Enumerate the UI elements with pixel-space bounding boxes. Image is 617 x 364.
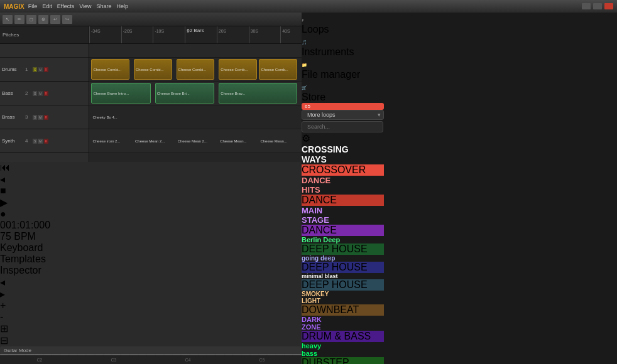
white-key[interactable]	[164, 355, 173, 355]
track-content-4[interactable]: Cheese irom 2... Cheese Mean 2... Cheese…	[89, 129, 302, 153]
white-key[interactable]	[26, 355, 35, 355]
timeline-ruler[interactable]: 62 Bars -34S -20S -10S 1 20S 30S 40S	[89, 26, 302, 44]
white-key[interactable]	[285, 355, 293, 355]
white-key[interactable]	[112, 355, 121, 355]
maximize-btn[interactable]	[593, 3, 602, 9]
play-btn[interactable]: ▶	[0, 196, 302, 208]
menu-effects[interactable]: Effects	[57, 3, 74, 9]
track-content-1[interactable]: Cheese Combi... Cheese Combi... Cheese C…	[89, 58, 302, 82]
white-key[interactable]	[9, 355, 18, 355]
white-key[interactable]	[77, 355, 86, 355]
solo-btn-3[interactable]: S	[33, 115, 37, 120]
tool-redo[interactable]: ↪	[62, 15, 72, 24]
kb-btn-4[interactable]: -	[0, 311, 302, 323]
white-key[interactable]	[276, 355, 285, 355]
white-key[interactable]	[146, 355, 155, 355]
kb-btn-6[interactable]: ⊟	[0, 335, 302, 346]
white-key[interactable]	[155, 355, 164, 355]
rec-btn-4[interactable]: R	[44, 139, 49, 144]
cover-main-stage[interactable]: MAINSTAGE DANCE	[302, 206, 384, 236]
bpm-display[interactable]: 75 BPM	[0, 231, 302, 242]
search-input[interactable]	[302, 121, 383, 132]
white-key[interactable]	[172, 355, 181, 355]
white-key[interactable]	[60, 355, 69, 355]
mute-btn-2[interactable]: M	[38, 91, 43, 96]
solo-btn-2[interactable]: S	[33, 91, 37, 96]
white-key[interactable]	[129, 355, 138, 355]
cover-going-deep[interactable]: going deep DEEP HOUSE	[302, 255, 384, 273]
white-key[interactable]	[207, 355, 216, 355]
kb-btn-1[interactable]: ◂	[0, 276, 302, 288]
white-key[interactable]	[52, 355, 60, 355]
minimize-btn[interactable]	[582, 3, 591, 9]
track-content-3[interactable]: Cheeky Bo 4...	[89, 105, 302, 129]
white-key[interactable]	[17, 355, 26, 355]
back-btn[interactable]: ◂	[0, 173, 302, 185]
white-key[interactable]	[259, 355, 268, 355]
close-btn[interactable]	[604, 3, 613, 9]
cover-dance-hits[interactable]: DANCEHITS DANCE	[302, 176, 384, 206]
tool-erase[interactable]: ◻	[26, 15, 36, 24]
white-key[interactable]	[199, 355, 207, 355]
white-key[interactable]	[250, 355, 259, 355]
white-key[interactable]	[104, 355, 112, 355]
white-key[interactable]	[232, 355, 241, 355]
white-key[interactable]	[43, 355, 52, 355]
white-key[interactable]	[86, 355, 95, 355]
mute-btn-3[interactable]: M	[38, 115, 43, 120]
track-content-area[interactable]: 62 Bars -34S -20S -10S 1 20S 30S 40S	[89, 26, 302, 162]
rec-btn-2[interactable]: R	[44, 91, 49, 96]
rec-btn-1[interactable]: R	[44, 67, 49, 72]
stop-btn[interactable]: ■	[0, 185, 302, 196]
white-key[interactable]	[267, 355, 276, 355]
guitar-mode-label[interactable]: Guitar Mode	[0, 346, 302, 355]
cover-heavy-bass[interactable]: heavybass DUBSTEP	[302, 342, 384, 364]
cover-smokey-light[interactable]: SMOKEYLIGHT DOWNBEAT	[302, 291, 384, 316]
track-content-2[interactable]: Cheese Brave Intro... Cheese Brave Bri..…	[89, 82, 302, 105]
white-key[interactable]	[190, 355, 199, 355]
mute-btn-1[interactable]: M	[38, 67, 43, 72]
menu-file[interactable]: File	[28, 3, 38, 9]
tab-keyboard[interactable]: Keyboard	[0, 242, 302, 254]
menu-view[interactable]: View	[79, 3, 91, 9]
piano-white-keys[interactable]: .wk { flex:1; background:linear-gradient…	[0, 355, 302, 355]
white-key[interactable]	[138, 355, 147, 355]
cover-dark-zone[interactable]: DARKZONE DRUM & BASS	[302, 316, 384, 342]
white-key[interactable]	[216, 355, 224, 355]
white-key[interactable]	[69, 355, 78, 355]
white-key[interactable]	[0, 355, 9, 355]
menu-edit[interactable]: Edit	[42, 3, 52, 9]
white-key[interactable]	[241, 355, 250, 355]
record-btn[interactable]: ●	[0, 208, 302, 220]
settings-btn[interactable]: ⚙	[302, 132, 384, 144]
kb-btn-2[interactable]: ▸	[0, 288, 302, 300]
kb-btn-3[interactable]: +	[0, 300, 302, 311]
tool-zoom[interactable]: ⊕	[38, 15, 48, 24]
white-key[interactable]	[181, 355, 190, 355]
white-key[interactable]	[95, 355, 104, 355]
piano-keys-area[interactable]: C2 .wk { flex:1; background:linear-gradi…	[0, 355, 302, 355]
solo-btn-1[interactable]: S	[33, 67, 37, 72]
tab-templates[interactable]: Templates	[0, 254, 302, 265]
tool-draw[interactable]: ✏	[14, 15, 25, 24]
white-key[interactable]	[121, 355, 129, 355]
tab-inspector[interactable]: Inspector	[0, 265, 302, 276]
tab-instruments[interactable]: 🎵 Instruments	[302, 35, 384, 58]
cover-crossing-ways[interactable]: CROSSINGWAYS CROSSOVER	[302, 144, 384, 176]
cover-minimal-blast[interactable]: minimal blast DEEP HOUSE	[302, 273, 384, 291]
white-key[interactable]	[35, 355, 43, 355]
menu-help[interactable]: Help	[117, 3, 129, 9]
kb-btn-5[interactable]: ⊞	[0, 323, 302, 335]
menu-share[interactable]: Share	[97, 3, 112, 9]
tool-undo[interactable]: ↩	[50, 15, 60, 24]
tab-file-manager[interactable]: 📁 File manager	[302, 58, 384, 80]
rewind-btn[interactable]: ⏮	[0, 162, 302, 173]
track-content-5[interactable]: Cheese Single 2... Cheese Single 2... Ch…	[89, 153, 302, 162]
tool-pointer[interactable]: ↖	[3, 15, 13, 24]
solo-btn-4[interactable]: S	[33, 139, 37, 144]
tab-store[interactable]: 🛒 Store	[302, 80, 384, 103]
white-key[interactable]	[293, 355, 302, 355]
rec-btn-3[interactable]: R	[44, 115, 49, 120]
mute-btn-4[interactable]: M	[38, 139, 43, 144]
tab-loops[interactable]: ♪ Loops	[302, 13, 384, 35]
